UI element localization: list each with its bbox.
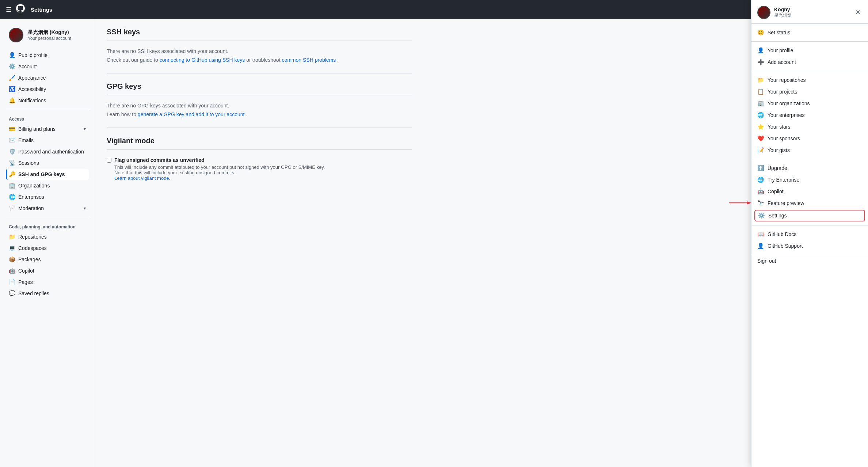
hamburger-menu-button[interactable]: ☰ bbox=[6, 5, 12, 14]
your-repositories-label: Your repositories bbox=[768, 77, 806, 83]
feature-preview-item[interactable]: 🔭 Feature preview bbox=[751, 197, 868, 209]
github-docs-label: GitHub Docs bbox=[768, 231, 796, 237]
ssh-problems-link[interactable]: common SSH problems bbox=[282, 57, 336, 63]
sidebar-label: Codespaces bbox=[18, 245, 47, 251]
sidebar-item-moderation[interactable]: 🏳️ Moderation ▾ bbox=[6, 203, 89, 214]
vigilant-heading: Vigilant mode bbox=[107, 137, 412, 150]
sidebar-label: Billing and plans bbox=[18, 126, 56, 132]
vigilant-checkbox-label[interactable]: Flag unsigned commits as unverified bbox=[114, 157, 205, 163]
settings-label: Settings bbox=[768, 213, 787, 219]
sidebar-item-enterprises[interactable]: 🌐 Enterprises bbox=[6, 191, 89, 202]
star-icon: ⭐ bbox=[757, 124, 764, 130]
your-projects-item[interactable]: 📋 Your projects bbox=[751, 86, 868, 98]
your-profile-item[interactable]: 👤 Your profile bbox=[751, 45, 868, 56]
upgrade-label: Upgrade bbox=[768, 165, 787, 171]
dropdown-avatar bbox=[757, 6, 770, 19]
your-repositories-item[interactable]: 📁 Your repositories bbox=[751, 74, 868, 86]
sidebar-label: Notifications bbox=[18, 98, 46, 103]
sidebar-item-accessibility[interactable]: ♿ Accessibility bbox=[6, 84, 89, 95]
telescope-icon: 🔭 bbox=[757, 200, 764, 206]
sidebar-item-codespaces[interactable]: 💻 Codespaces bbox=[6, 243, 89, 254]
sidebar-item-notifications[interactable]: 🔔 Notifications bbox=[6, 95, 89, 106]
vigilant-desc: This will include any commit attributed … bbox=[114, 164, 325, 181]
copilot-item[interactable]: 🤖 Copilot bbox=[751, 186, 868, 197]
packages-icon: 📦 bbox=[9, 256, 15, 263]
sidebar-label: Repositories bbox=[18, 234, 47, 240]
gear-icon: ⚙️ bbox=[9, 63, 15, 70]
dropdown-section-resources: 📁 Your repositories 📋 Your projects 🏢 Yo… bbox=[751, 71, 868, 159]
sidebar-label: Public profile bbox=[18, 52, 47, 58]
sidebar-item-billing[interactable]: 💳 Billing and plans ▾ bbox=[6, 124, 89, 134]
dropdown-section-profile: 👤 Your profile ➕ Add account bbox=[751, 42, 868, 71]
ssh-guide-link[interactable]: connecting to GitHub using SSH keys bbox=[160, 57, 245, 63]
sidebar-item-ssh-gpg[interactable]: 🔑 SSH and GPG keys bbox=[6, 169, 89, 180]
upgrade-icon: ⬆️ bbox=[757, 165, 764, 171]
sidebar-item-account[interactable]: ⚙️ Account bbox=[6, 61, 89, 72]
sidebar-label: Sessions bbox=[18, 160, 39, 166]
chevron-down-icon: ▾ bbox=[84, 206, 86, 211]
avatar bbox=[9, 28, 23, 42]
sidebar-item-organizations[interactable]: 🏢 Organizations bbox=[6, 180, 89, 191]
sidebar-item-public-profile[interactable]: 👤 Public profile bbox=[6, 50, 89, 61]
sidebar-label: Account bbox=[18, 64, 37, 69]
ssh-guide-prefix: Check out our guide to bbox=[107, 57, 158, 63]
your-gists-item[interactable]: 📝 Your gists bbox=[751, 144, 868, 156]
gpg-generate-link[interactable]: generate a GPG key and add it to your ac… bbox=[138, 111, 245, 117]
sidebar-label: Organizations bbox=[18, 183, 50, 189]
github-docs-item[interactable]: 📖 GitHub Docs bbox=[751, 228, 868, 240]
vigilant-checkbox[interactable] bbox=[107, 158, 111, 163]
dropdown-section-tools: ⬆️ Upgrade 🌐 Try Enterprise 🤖 Copilot 🔭 … bbox=[751, 159, 868, 225]
sidebar-item-copilot[interactable]: 🤖 Copilot bbox=[6, 265, 89, 276]
vigilant-learn-link[interactable]: Learn about vigilant mode bbox=[114, 175, 169, 181]
dropdown-username: Kogny bbox=[774, 7, 792, 12]
shield-icon: 🛡️ bbox=[9, 148, 15, 155]
person-icon: 👤 bbox=[9, 52, 15, 58]
sidebar-label: Moderation bbox=[18, 205, 44, 211]
smile-icon: 😊 bbox=[757, 29, 764, 36]
sidebar-label: Copilot bbox=[18, 268, 34, 274]
add-account-item[interactable]: ➕ Add account bbox=[751, 56, 868, 68]
broadcast-icon: 📡 bbox=[9, 160, 15, 166]
user-dropdown-menu: Kogny 星光烟烟 ✕ 😊 Set status 👤 Your profile… bbox=[751, 0, 868, 467]
settings-item[interactable]: ⚙️ Settings bbox=[754, 210, 865, 221]
try-enterprise-item[interactable]: 🌐 Try Enterprise bbox=[751, 174, 868, 186]
sidebar-label: Emails bbox=[18, 137, 34, 143]
copilot-icon: 🤖 bbox=[9, 267, 15, 274]
sidebar-item-emails[interactable]: ✉️ Emails bbox=[6, 135, 89, 146]
user-display-name: 星光烟烟 (Kogny) bbox=[28, 29, 71, 36]
your-organizations-label: Your organizations bbox=[768, 100, 810, 106]
access-nav: 💳 Billing and plans ▾ ✉️ Emails 🛡️ Passw… bbox=[6, 124, 89, 214]
your-gists-label: Your gists bbox=[768, 147, 790, 153]
your-stars-item[interactable]: ⭐ Your stars bbox=[751, 121, 868, 133]
add-account-label: Add account bbox=[768, 59, 796, 65]
github-support-item[interactable]: 👤 GitHub Support bbox=[751, 240, 868, 252]
sidebar-label: Password and authentication bbox=[18, 149, 84, 155]
sidebar-item-password[interactable]: 🛡️ Password and authentication bbox=[6, 146, 89, 157]
your-enterprises-item[interactable]: 🌐 Your enterprises bbox=[751, 109, 868, 121]
sidebar-item-saved-replies[interactable]: 💬 Saved replies bbox=[6, 288, 89, 299]
top-navigation: ☰ Settings 🔍 / bbox=[0, 0, 868, 19]
sidebar-label: SSH and GPG keys bbox=[18, 171, 65, 177]
your-sponsors-item[interactable]: ❤️ Your sponsors bbox=[751, 133, 868, 144]
sidebar-item-pages[interactable]: 📄 Pages bbox=[6, 277, 89, 288]
sign-out-link[interactable]: Sign out bbox=[757, 258, 776, 264]
copilot-d-icon: 🤖 bbox=[757, 188, 764, 195]
try-enterprise-label: Try Enterprise bbox=[768, 177, 799, 183]
your-profile-label: Your profile bbox=[768, 48, 793, 53]
sidebar: 星光烟烟 (Kogny) Your personal account 👤 Pub… bbox=[0, 19, 95, 467]
ssh-guide-text: Check out our guide to connecting to Git… bbox=[107, 57, 412, 63]
sidebar-item-sessions[interactable]: 📡 Sessions bbox=[6, 157, 89, 168]
code-section-label: Code, planning, and automation bbox=[6, 220, 89, 231]
your-organizations-item[interactable]: 🏢 Your organizations bbox=[751, 98, 868, 109]
gpg-learn-prefix: Learn how to bbox=[107, 111, 136, 117]
key-icon: 🔑 bbox=[9, 171, 15, 178]
settings-gear-icon: ⚙️ bbox=[758, 212, 765, 219]
close-button[interactable]: ✕ bbox=[854, 7, 862, 18]
github-logo bbox=[16, 4, 25, 15]
sidebar-item-packages[interactable]: 📦 Packages bbox=[6, 254, 89, 265]
upgrade-item[interactable]: ⬆️ Upgrade bbox=[751, 162, 868, 174]
sidebar-item-repositories[interactable]: 📁 Repositories bbox=[6, 231, 89, 242]
set-status-label: Set status bbox=[768, 30, 790, 35]
sidebar-item-appearance[interactable]: 🖌️ Appearance bbox=[6, 72, 89, 83]
set-status-item[interactable]: 😊 Set status bbox=[751, 27, 868, 38]
